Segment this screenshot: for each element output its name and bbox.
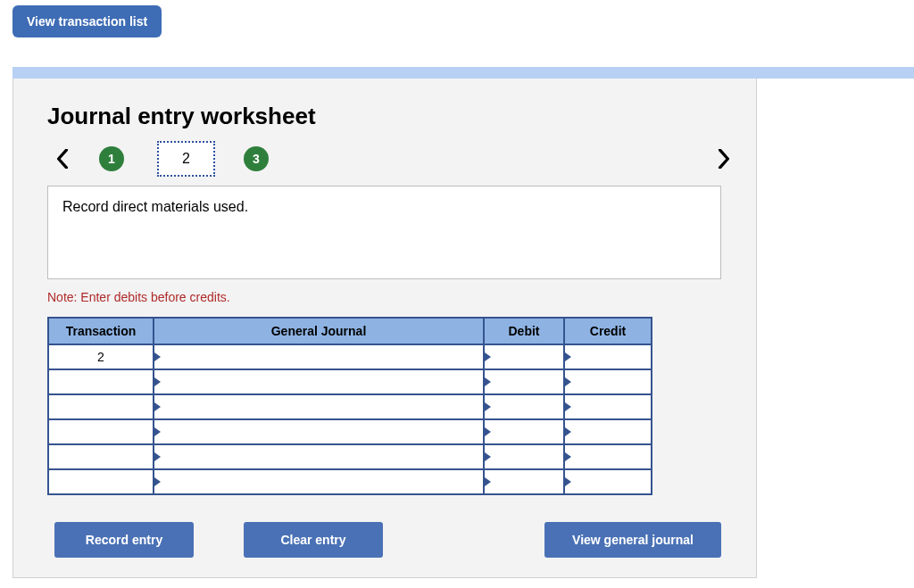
cell-credit[interactable] bbox=[564, 369, 652, 394]
col-header-credit: Credit bbox=[564, 318, 652, 344]
step-nav: 1 2 3 bbox=[47, 141, 730, 177]
page-root: View transaction list Journal entry work… bbox=[0, 0, 914, 588]
chevron-left-icon[interactable] bbox=[51, 147, 74, 170]
dropdown-arrow-icon bbox=[154, 427, 161, 436]
dropdown-arrow-icon bbox=[485, 452, 491, 461]
journal-table: Transaction General Journal Debit Credit… bbox=[47, 317, 652, 495]
cell-credit[interactable] bbox=[564, 444, 652, 469]
cell-general-journal[interactable] bbox=[154, 444, 484, 469]
dropdown-arrow-icon bbox=[154, 377, 161, 386]
cell-credit[interactable] bbox=[564, 394, 652, 419]
action-button-row: Record entry Clear entry View general jo… bbox=[47, 522, 721, 561]
dropdown-arrow-icon bbox=[565, 452, 571, 461]
dropdown-arrow-icon bbox=[154, 452, 161, 461]
dropdown-arrow-icon bbox=[154, 402, 161, 411]
clear-entry-button[interactable]: Clear entry bbox=[244, 522, 383, 558]
cell-transaction[interactable]: 2 bbox=[48, 344, 154, 369]
cell-debit[interactable] bbox=[484, 394, 564, 419]
transaction-prompt: Record direct materials used. bbox=[47, 186, 721, 279]
table-row bbox=[48, 419, 652, 444]
dropdown-arrow-icon bbox=[565, 427, 571, 436]
dropdown-arrow-icon bbox=[485, 377, 491, 386]
cell-general-journal[interactable] bbox=[154, 344, 484, 369]
table-row bbox=[48, 394, 652, 419]
table-row bbox=[48, 444, 652, 469]
cell-debit[interactable] bbox=[484, 344, 564, 369]
table-row bbox=[48, 469, 652, 494]
cell-credit[interactable] bbox=[564, 419, 652, 444]
cell-general-journal[interactable] bbox=[154, 394, 484, 419]
dropdown-arrow-icon bbox=[485, 477, 491, 486]
view-general-journal-button[interactable]: View general journal bbox=[544, 522, 721, 558]
dropdown-arrow-icon bbox=[565, 402, 571, 411]
dropdown-arrow-icon bbox=[485, 402, 491, 411]
cell-transaction[interactable] bbox=[48, 394, 154, 419]
cell-credit[interactable] bbox=[564, 469, 652, 494]
view-transaction-list-button[interactable]: View transaction list bbox=[12, 5, 162, 37]
cell-credit[interactable] bbox=[564, 344, 652, 369]
dropdown-arrow-icon bbox=[485, 352, 491, 361]
cell-debit[interactable] bbox=[484, 444, 564, 469]
table-row bbox=[48, 369, 652, 394]
dropdown-arrow-icon bbox=[565, 377, 571, 386]
cell-transaction[interactable] bbox=[48, 419, 154, 444]
col-header-general-journal: General Journal bbox=[154, 318, 484, 344]
chevron-right-icon[interactable] bbox=[712, 147, 735, 170]
step-2-button[interactable]: 2 bbox=[157, 141, 215, 177]
record-entry-button[interactable]: Record entry bbox=[54, 522, 194, 558]
col-header-transaction: Transaction bbox=[48, 318, 154, 344]
step-3-button[interactable]: 3 bbox=[244, 146, 269, 171]
cell-transaction[interactable] bbox=[48, 469, 154, 494]
dropdown-arrow-icon bbox=[565, 477, 571, 486]
cell-debit[interactable] bbox=[484, 419, 564, 444]
note-text: Note: Enter debits before credits. bbox=[47, 290, 230, 304]
col-header-debit: Debit bbox=[484, 318, 564, 344]
cell-general-journal[interactable] bbox=[154, 369, 484, 394]
table-row: 2 bbox=[48, 344, 652, 369]
cell-transaction[interactable] bbox=[48, 444, 154, 469]
cell-debit[interactable] bbox=[484, 369, 564, 394]
cell-transaction[interactable] bbox=[48, 369, 154, 394]
dropdown-arrow-icon bbox=[485, 427, 491, 436]
cell-general-journal[interactable] bbox=[154, 419, 484, 444]
dropdown-arrow-icon bbox=[565, 352, 571, 361]
dropdown-arrow-icon bbox=[154, 352, 161, 361]
cell-debit[interactable] bbox=[484, 469, 564, 494]
table-header-row: Transaction General Journal Debit Credit bbox=[48, 318, 652, 344]
step-1-button[interactable]: 1 bbox=[99, 146, 124, 171]
page-title: Journal entry worksheet bbox=[47, 103, 316, 130]
dropdown-arrow-icon bbox=[154, 477, 161, 486]
cell-general-journal[interactable] bbox=[154, 469, 484, 494]
